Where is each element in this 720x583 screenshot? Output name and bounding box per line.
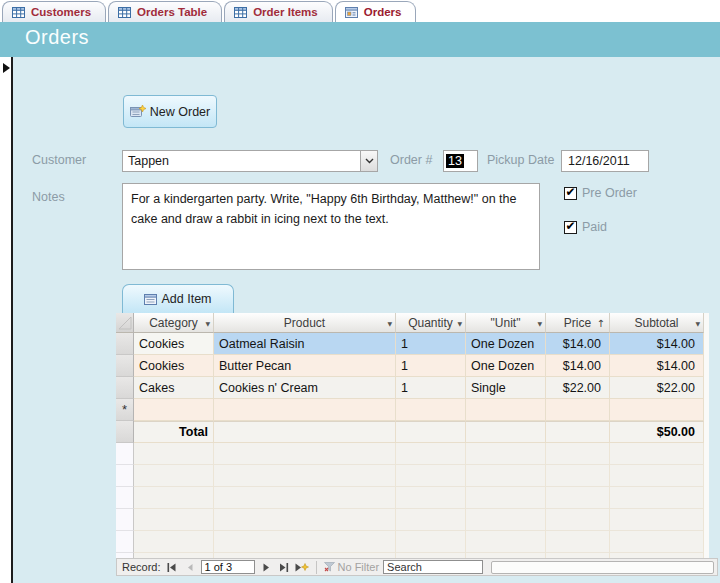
column-header-price[interactable]: Price↑ bbox=[546, 313, 610, 333]
filter-arrow-icon[interactable]: ▼ bbox=[537, 319, 542, 326]
tab-label: Orders bbox=[364, 6, 402, 18]
new-order-button[interactable]: New Order bbox=[123, 95, 217, 128]
cell-product[interactable]: Butter Pecan bbox=[214, 355, 396, 377]
row-selector[interactable] bbox=[116, 377, 134, 399]
navigation-pane-collapsed[interactable] bbox=[0, 57, 13, 583]
order-number-label: Order # bbox=[390, 153, 432, 167]
cell-product[interactable] bbox=[214, 399, 396, 421]
cell-price[interactable]: $14.00 bbox=[546, 355, 610, 377]
cell-product[interactable]: Oatmeal Raisin bbox=[214, 333, 396, 355]
add-item-button[interactable]: Add Item bbox=[122, 284, 234, 313]
cell-category[interactable]: Cakes bbox=[134, 377, 214, 399]
cell-category[interactable]: Cookies bbox=[134, 333, 214, 355]
navigation-pane-expand-icon[interactable] bbox=[3, 63, 10, 73]
cell-subtotal[interactable] bbox=[610, 399, 704, 421]
new-record-icon bbox=[130, 105, 146, 118]
table-row: Cookies Butter Pecan 1 One Dozen $14.00 … bbox=[116, 355, 704, 377]
total-row: Total $50.00 bbox=[116, 421, 704, 443]
filter-arrow-icon[interactable]: ▼ bbox=[457, 319, 462, 326]
tab-label: Customers bbox=[31, 6, 91, 18]
paid-checkbox-row: ✔ Paid bbox=[564, 220, 607, 234]
cell-unit[interactable]: Single bbox=[466, 377, 546, 399]
previous-record-button[interactable] bbox=[183, 561, 197, 574]
corner-diagonal-icon bbox=[118, 316, 132, 330]
last-record-button[interactable] bbox=[277, 561, 291, 574]
cell-subtotal[interactable]: $14.00 bbox=[610, 333, 704, 355]
horizontal-scrollbar[interactable] bbox=[491, 561, 714, 574]
cell-unit[interactable]: One Dozen bbox=[466, 333, 546, 355]
column-header-product[interactable]: Product▼ bbox=[214, 313, 396, 333]
first-record-button[interactable] bbox=[165, 561, 179, 574]
tab-label: Order Items bbox=[253, 6, 318, 18]
pickup-date-field[interactable]: 12/16/2011 bbox=[561, 150, 649, 172]
new-record-icon bbox=[295, 563, 309, 572]
paid-label: Paid bbox=[582, 220, 607, 234]
pre-order-checkbox[interactable]: ✔ bbox=[564, 187, 577, 200]
column-header-quantity[interactable]: Quantity▼ bbox=[396, 313, 466, 333]
cell-subtotal[interactable]: $14.00 bbox=[610, 355, 704, 377]
cell-category[interactable]: Cookies bbox=[134, 355, 214, 377]
cell-subtotal[interactable]: $22.00 bbox=[610, 377, 704, 399]
select-all-corner[interactable] bbox=[116, 313, 134, 333]
datasheet-empty-area bbox=[116, 443, 704, 558]
filter-arrow-icon[interactable]: ▼ bbox=[695, 319, 700, 326]
cell-price[interactable]: $22.00 bbox=[546, 377, 610, 399]
tab-customers[interactable]: Customers bbox=[2, 1, 106, 22]
datasheet-right-margin bbox=[704, 313, 709, 558]
customer-combobox[interactable]: Tappen bbox=[122, 150, 378, 172]
new-record-selector[interactable]: * bbox=[116, 399, 134, 421]
cell-unit[interactable] bbox=[466, 399, 546, 421]
table-row: Cookies Oatmeal Raisin 1 One Dozen $14.0… bbox=[116, 333, 704, 355]
cell-quantity[interactable] bbox=[396, 399, 466, 421]
order-number-value: 13 bbox=[446, 154, 464, 168]
access-window: Customers Orders Table Order Items Order… bbox=[0, 0, 720, 583]
no-filter-button[interactable]: No Filter bbox=[324, 561, 380, 573]
tab-order-items[interactable]: Order Items bbox=[224, 1, 333, 22]
column-header-unit[interactable]: "Unit"▼ bbox=[466, 313, 546, 333]
filter-arrow-icon[interactable]: ▼ bbox=[205, 319, 210, 326]
cell-product[interactable]: Cookies n' Cream bbox=[214, 377, 396, 399]
form-icon bbox=[345, 7, 358, 18]
tab-orders-table[interactable]: Orders Table bbox=[108, 1, 222, 22]
navbar-separator bbox=[316, 561, 317, 574]
page-title: Orders bbox=[25, 26, 89, 49]
new-record-button[interactable] bbox=[295, 561, 309, 574]
new-record-row: * bbox=[116, 399, 704, 421]
add-item-form-icon bbox=[144, 294, 157, 305]
table-icon bbox=[234, 7, 247, 18]
table-icon bbox=[12, 7, 25, 18]
record-label: Record: bbox=[122, 561, 161, 573]
paid-checkbox[interactable]: ✔ bbox=[564, 221, 577, 234]
tab-orders[interactable]: Orders bbox=[335, 1, 417, 22]
cell-quantity[interactable]: 1 bbox=[396, 333, 466, 355]
record-position-box[interactable]: 1 of 3 bbox=[201, 560, 255, 574]
column-header-subtotal[interactable]: Subtotal▼ bbox=[610, 313, 704, 333]
tab-label: Orders Table bbox=[137, 6, 207, 18]
cell-quantity[interactable]: 1 bbox=[396, 355, 466, 377]
cell-quantity[interactable]: 1 bbox=[396, 377, 466, 399]
cell-price[interactable]: $14.00 bbox=[546, 333, 610, 355]
order-number-field[interactable]: 13 bbox=[443, 150, 478, 172]
pre-order-label: Pre Order bbox=[582, 186, 637, 200]
sort-ascending-icon[interactable]: ↑ bbox=[597, 317, 605, 328]
filter-icon bbox=[324, 562, 335, 572]
pickup-date-label: Pickup Date bbox=[487, 153, 554, 167]
cell-category[interactable] bbox=[134, 399, 214, 421]
search-input[interactable] bbox=[383, 560, 483, 574]
filter-arrow-icon[interactable]: ▼ bbox=[387, 319, 392, 326]
cell-price[interactable] bbox=[546, 399, 610, 421]
table-row: Cakes Cookies n' Cream 1 Single $22.00 $… bbox=[116, 377, 704, 399]
notes-label: Notes bbox=[32, 190, 65, 204]
pre-order-checkbox-row: ✔ Pre Order bbox=[564, 186, 637, 200]
column-header-category[interactable]: Category▼ bbox=[134, 313, 214, 333]
add-item-label: Add Item bbox=[161, 292, 211, 306]
notes-field[interactable]: For a kindergarten party. Write, "Happy … bbox=[122, 183, 540, 270]
cell-unit[interactable]: One Dozen bbox=[466, 355, 546, 377]
customer-value[interactable]: Tappen bbox=[123, 154, 360, 168]
row-selector[interactable] bbox=[116, 355, 134, 377]
record-navigator: Record: 1 of 3 No Filter bbox=[116, 558, 718, 576]
row-selector[interactable] bbox=[116, 333, 134, 355]
next-record-button[interactable] bbox=[259, 561, 273, 574]
customer-dropdown-button[interactable] bbox=[360, 151, 377, 171]
last-record-icon bbox=[279, 563, 289, 572]
